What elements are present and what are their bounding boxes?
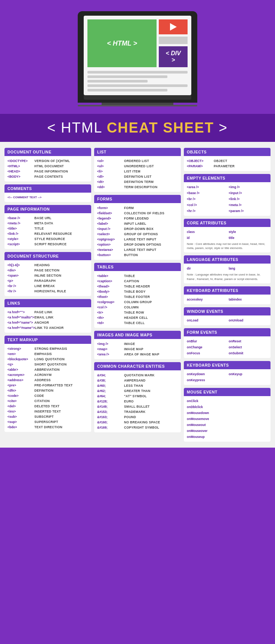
laptop-body: < HTML > < DIV >: [78, 11, 197, 103]
section-body-empty-elements: <area /> <img /> <base /> <input /> <br …: [184, 182, 271, 216]
list-item: <col />COLUMN: [97, 305, 178, 310]
list-item: &#60;LESS THAN: [97, 383, 178, 388]
gray-block: [159, 37, 188, 44]
section-forms: FORMS <form>FORM <fieldset>COLLECTION OF…: [94, 195, 181, 260]
content-area: DOCUMENT OUTLINE <!DOCTYPE>VERSION OF (X…: [0, 142, 275, 448]
section-body-images: <img />IMAGE <map>IMAGE MAP <area />AREA…: [94, 339, 181, 359]
list-item: <img />: [229, 184, 268, 190]
list-item: <sup>SUPERSCRIPT: [7, 419, 88, 424]
section-body-window-events: onLoad onUnload: [184, 315, 271, 325]
section-body-page-information: <base />BASE URL <meta />META DATA <titl…: [4, 213, 91, 249]
list-item: <img />IMAGE: [97, 341, 178, 346]
play-block: [159, 19, 188, 34]
list-item: [229, 410, 268, 416]
section-body-form-events: onBlur onReset onChange onSelect onFocus…: [184, 336, 271, 358]
list-item: <script>SCRIPT RESOURCE: [7, 242, 88, 247]
section-images: IMAGES AND IMAGE MAPS <img />IMAGE <map>…: [94, 331, 181, 359]
section-header-links: LINKS: [4, 299, 91, 307]
list-item: [229, 434, 268, 439]
list-item: dir: [187, 266, 226, 271]
section-window-events: WINDOW EVENTS onLoad onUnload: [184, 307, 271, 325]
list-item: <BODY>PAGE CONTENTS: [7, 174, 88, 179]
section-header-window-events: WINDOW EVENTS: [184, 307, 271, 315]
list-item: onBlur: [187, 339, 226, 344]
list-item: <a href="name">ANCHOR: [7, 320, 88, 325]
list-item: <em>EMPHASIS: [7, 351, 88, 357]
list-item: <input />DROP-DOWN BOX: [97, 226, 178, 231]
language-attributes-note: Note : Language attributes may not be us…: [187, 273, 268, 281]
list-item: <dt>DEFINITION TERM: [97, 179, 178, 184]
html-block: < HTML >: [87, 19, 157, 67]
list-item: <dfn>DEFINITION: [7, 388, 88, 393]
list-item: <address>ADDRESS: [7, 377, 88, 383]
section-body-character-entities: &#34;QUOTATION MARK &#38;AMPERSAND &#60;…: [94, 370, 181, 432]
list-item: <caption>CAPTION: [97, 279, 178, 284]
list-item: class: [187, 229, 226, 234]
list-item: onSelect: [229, 345, 268, 350]
list-item: &#38;AMPERSAND: [97, 378, 178, 383]
list-item: <bdo>TEXT DIRECTION: [7, 424, 88, 430]
list-item: <style>STYLE RESOURCE: [7, 236, 88, 242]
section-body-document-structure: <h[1-6]>HEADING <div>PAGE SECTION <span>…: [4, 260, 91, 296]
list-item: onKeydown: [187, 371, 226, 377]
language-attributes-grid: dir lang: [187, 266, 268, 271]
list-item: [229, 377, 268, 383]
list-item: <fieldset>COLLECTION OF FIELDS: [97, 211, 178, 216]
list-item: <ul>UNORDERED LIST: [97, 164, 178, 169]
list-item: style: [229, 229, 268, 234]
list-item: <link />RELEVANT RESOURCE: [7, 231, 88, 236]
list-item: <tr>TABLE ROW: [97, 310, 178, 315]
section-document-outline: DOCUMENT OUTLINE <!DOCTYPE>VERSION OF (X…: [4, 148, 91, 181]
list-item: lang: [229, 266, 268, 271]
section-header-core-attributes: CORE ATTRIBUTES: [184, 219, 271, 227]
list-item: <del>DELETED TEXT: [7, 404, 88, 409]
title-bar: < HTML CHEAT SHEET >: [0, 114, 275, 142]
section-empty-elements: EMPTY ELEMENTS <area /> <img /> <base />…: [184, 174, 271, 216]
list-item: <acronym>ACRONYM: [7, 372, 88, 377]
section-header-character-entities: COMMON CHARACTER ENTITIES: [94, 362, 181, 370]
section-body-core-attributes: class style id title Note : Core attribu…: [184, 227, 271, 252]
list-item: <optgroup>LARGE TEXT INPUT: [97, 237, 178, 242]
list-item: <thead>TABLE HEADER: [97, 284, 178, 289]
list-item: <area />AREA OF IMAGE MAP: [97, 352, 178, 357]
list-item: onKeypress: [187, 377, 226, 383]
list-item: <div>PAGE SECTION: [7, 268, 88, 273]
section-header-tables: TABLES: [94, 263, 181, 271]
list-item: <base />: [187, 190, 226, 196]
section-header-list: LIST: [94, 148, 181, 156]
section-body-links: <a href="">PAGE LINK <a href="mailto">EM…: [4, 307, 91, 333]
list-item: <br />: [187, 196, 226, 202]
section-core-attributes: CORE ATTRIBUTES class style id title Not…: [184, 219, 271, 252]
list-item: title: [229, 235, 268, 240]
list-item: <option>DROP DOWN OPTIONS: [97, 242, 178, 247]
list-item: onChange: [187, 345, 226, 350]
right-bracket: >: [214, 120, 228, 136]
list-item: <dd>TERM DESCRIPTION: [97, 184, 178, 190]
list-item: onClick: [187, 398, 226, 404]
list-item: <PARAM/>PARAMETER: [187, 164, 268, 169]
list-item: [229, 422, 268, 427]
page-title: < HTML CHEAT SHEET >: [0, 120, 275, 136]
section-list: LIST <ol>ORDERED LIST <ul>UNORDERED LIST…: [94, 148, 181, 192]
list-item: <tfoot>TABLE FOOTER: [97, 294, 178, 299]
section-header-mouse-events: MOUSE EVENT: [184, 388, 271, 396]
list-item: <button>BUTTON: [97, 252, 178, 258]
section-header-text-markup: TEXT MARKUP: [4, 336, 91, 344]
section-header-language-attributes: LANGUAGE ATTRIBUTES: [184, 255, 271, 264]
section-page-information: PAGE INFORMATION <base />BASE URL <meta …: [4, 205, 91, 249]
list-item: <code>CODE: [7, 393, 88, 398]
list-item: <textarea>LARGE TEXT INPUT: [97, 247, 178, 252]
section-keyboard-attributes: KEYBOARD ATTRIBUTES accesskey tabindex: [184, 286, 271, 304]
list-item: <select>GROUP OF OPTIONS: [97, 231, 178, 237]
section-body-tables: <table>TABLE <caption>CAPTION <thead>TAB…: [94, 271, 181, 328]
screen-lines: [87, 71, 188, 91]
section-text-markup: TEXT MARKUP <strong>STRONG EMPHASIS <em>…: [4, 336, 91, 432]
list-item: <a href="#name">LINK TO ANCHOR: [7, 325, 88, 330]
list-item: onUnload: [229, 318, 268, 323]
section-body-mouse-events: onClick onDblclick onMousedown onMousemo…: [184, 396, 271, 442]
list-item: [229, 416, 268, 421]
list-item: onDblclick: [187, 404, 226, 410]
list-item: <area />: [187, 184, 226, 190]
list-item: <abbr>ABBREVIATION: [7, 367, 88, 372]
list-item: [229, 398, 268, 404]
